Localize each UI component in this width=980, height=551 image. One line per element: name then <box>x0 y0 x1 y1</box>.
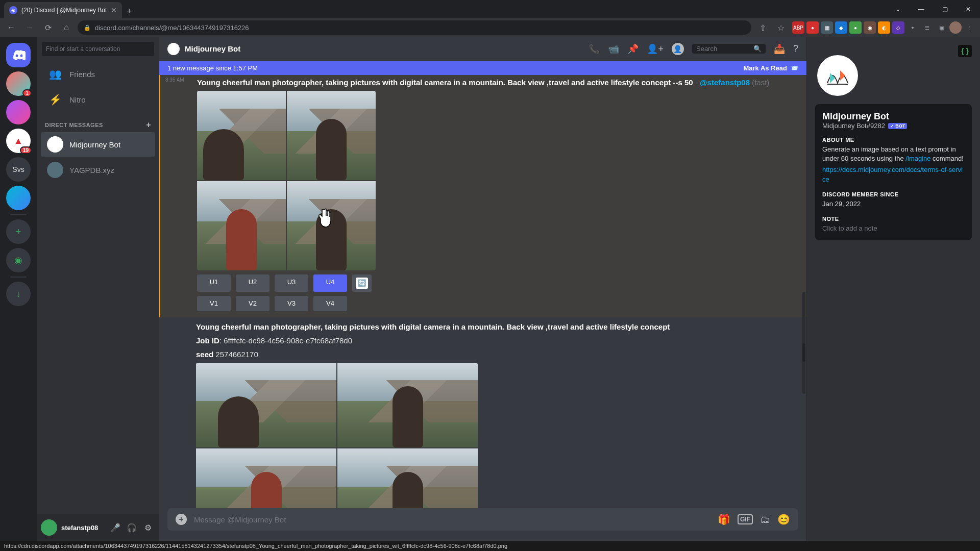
add-server-button[interactable]: + <box>6 219 31 244</box>
deafen-icon[interactable]: 🎧 <box>125 520 139 535</box>
grid-image-4[interactable] <box>337 448 478 508</box>
image-grid-large[interactable] <box>196 363 478 508</box>
voice-call-icon[interactable]: 📞 <box>589 43 600 55</box>
badge: 1 <box>22 89 32 97</box>
help-icon[interactable]: ? <box>793 43 798 54</box>
profile-avatar-icon[interactable] <box>949 21 962 34</box>
grid-image-3[interactable] <box>196 448 336 508</box>
share-icon[interactable]: ⇧ <box>755 20 770 35</box>
extension-icon[interactable]: ◉ <box>864 21 876 34</box>
nav-forward-icon[interactable]: → <box>22 20 37 35</box>
sticker-icon[interactable]: 🗂 <box>760 514 770 525</box>
message: 8:35 AM Young cheerful man photographer,… <box>159 75 806 317</box>
reading-list-icon[interactable]: ☰ <box>921 21 933 34</box>
grid-image-1[interactable] <box>197 91 286 180</box>
abp-extension-icon[interactable]: ABP <box>792 21 804 34</box>
upscale-row: U1 U2 U3 U4 🔄 <box>197 274 798 292</box>
nav-reload-icon[interactable]: ⟳ <box>41 20 55 35</box>
window-minimize[interactable]: — <box>910 0 933 18</box>
reroll-button[interactable]: 🔄 <box>352 274 372 292</box>
extension-icon[interactable]: ● <box>849 21 862 34</box>
extension-icon[interactable]: ▦ <box>821 21 833 34</box>
v3-button[interactable]: V3 <box>275 296 308 311</box>
dev-badge[interactable]: { } <box>958 45 972 57</box>
new-tab-button[interactable]: + <box>122 4 136 18</box>
nitro-tab[interactable]: ⚡ Nitro <box>41 87 155 112</box>
v4-button[interactable]: V4 <box>313 296 347 311</box>
extension-icon[interactable]: ◆ <box>835 21 847 34</box>
nav-home-icon[interactable]: ⌂ <box>59 20 74 35</box>
emoji-icon[interactable]: 😊 <box>777 513 790 525</box>
address-bar[interactable]: 🔒 discord.com/channels/@me/1063443749197… <box>78 20 751 35</box>
settings-gear-icon[interactable]: ⚙ <box>141 520 155 535</box>
bookmark-star-icon[interactable]: ☆ <box>774 20 788 35</box>
user-profile-icon[interactable]: 👤 <box>672 43 684 55</box>
u3-button[interactable]: U3 <box>275 274 308 292</box>
profile-avatar[interactable] <box>817 55 858 96</box>
gif-icon[interactable]: GIF <box>738 514 753 524</box>
tab-search-icon[interactable]: ⌄ <box>886 0 910 18</box>
scrollbar-thumb[interactable] <box>802 343 805 362</box>
window-close[interactable]: ✕ <box>957 0 980 18</box>
mute-mic-icon[interactable]: 🎤 <box>108 520 122 535</box>
grid-image-3[interactable] <box>197 181 286 270</box>
create-dm-icon[interactable]: + <box>146 120 151 130</box>
server-icon[interactable] <box>6 100 31 124</box>
chrome-menu-icon[interactable]: ⋮ <box>964 21 976 34</box>
side-panel-icon[interactable]: ▣ <box>935 21 947 34</box>
mark-read-icon[interactable]: 📨 <box>790 64 798 72</box>
v1-button[interactable]: V1 <box>197 296 231 311</box>
grid-image-2[interactable] <box>337 363 478 447</box>
extensions-puzzle-icon[interactable]: ✦ <box>906 21 919 34</box>
server-svs[interactable]: Svs <box>6 157 31 182</box>
discord-logo-icon <box>11 50 26 60</box>
grid-image-4[interactable] <box>287 181 376 270</box>
midjourney-logo-icon <box>825 63 850 88</box>
explore-servers-button[interactable]: ◉ <box>6 248 31 272</box>
dm-item-midjourney[interactable]: Midjourney Bot <box>41 132 155 157</box>
discord-favicon: ◉ <box>9 6 17 14</box>
extension-icon[interactable]: ◇ <box>892 21 904 34</box>
browser-tab[interactable]: ◉ (20) Discord | @Midjourney Bot ✕ <box>4 2 122 18</box>
u2-button[interactable]: U2 <box>236 274 270 292</box>
u4-button[interactable]: U4 <box>313 274 347 292</box>
window-maximize[interactable]: ▢ <box>933 0 957 18</box>
dm-item-yagpdb[interactable]: YAGPDB.xyz <box>41 158 155 182</box>
server-icon[interactable]: 1 <box>6 71 31 96</box>
find-conversation-input[interactable]: Find or start a conversation <box>42 42 154 56</box>
server-icon[interactable]: ▲19 <box>6 129 31 153</box>
grid-image-2[interactable] <box>287 91 376 180</box>
gift-icon[interactable]: 🎁 <box>718 513 730 525</box>
v2-button[interactable]: V2 <box>236 296 270 311</box>
inbox-icon[interactable]: 📥 <box>774 43 785 55</box>
note-input[interactable]: Click to add a note <box>822 224 965 233</box>
extension-icons: ABP ● ▦ ◆ ● ◉ ◐ ◇ ✦ ☰ ▣ ⋮ <box>792 21 976 34</box>
new-message-banner[interactable]: 1 new message since 1:57 PM Mark As Read… <box>159 61 806 75</box>
grid-image-1[interactable] <box>196 363 336 447</box>
home-button[interactable] <box>6 43 31 67</box>
mark-read-label[interactable]: Mark As Read <box>744 64 788 72</box>
server-label: Svs <box>12 165 24 173</box>
video-call-icon[interactable]: 📹 <box>608 43 619 55</box>
chat-title: Midjourney Bot <box>185 44 240 53</box>
add-friends-icon[interactable]: 👤+ <box>647 43 664 55</box>
message-list[interactable]: 8:35 AM Young cheerful man photographer,… <box>159 75 806 508</box>
image-grid[interactable] <box>197 91 376 270</box>
download-apps-button[interactable]: ↓ <box>6 282 31 306</box>
tab-close-icon[interactable]: ✕ <box>111 6 117 14</box>
search-input[interactable]: Search 🔍 <box>692 44 766 54</box>
user-avatar[interactable] <box>41 519 57 536</box>
u1-button[interactable]: U1 <box>197 274 231 292</box>
user-mention[interactable]: @stefanstp08 <box>700 78 750 87</box>
tos-link[interactable]: https://docs.midjourney.com/docs/terms-o… <box>822 166 963 183</box>
extension-icon[interactable]: ● <box>806 21 819 34</box>
nav-back-icon[interactable]: ← <box>4 20 18 35</box>
prompt-text: Young cheerful man photographer, taking … <box>197 78 693 87</box>
friends-tab[interactable]: 👥 Friends <box>41 62 155 86</box>
message-composer[interactable]: + Message @Midjourney Bot 🎁 GIF 🗂 😊 <box>167 508 798 531</box>
attach-button[interactable]: + <box>176 514 187 525</box>
about-header: ABOUT ME <box>822 137 965 143</box>
server-icon[interactable] <box>6 186 31 210</box>
extension-icon[interactable]: ◐ <box>878 21 890 34</box>
pinned-icon[interactable]: 📌 <box>627 43 639 55</box>
